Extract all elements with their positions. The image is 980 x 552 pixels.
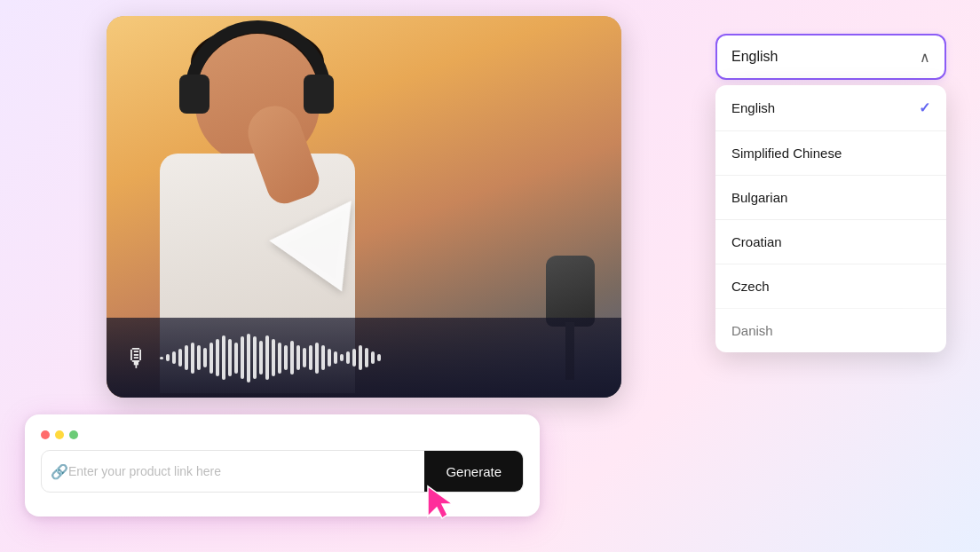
arrow-icon <box>269 175 388 291</box>
dropdown-item-label: Czech <box>731 279 770 294</box>
wave-bar <box>178 349 182 367</box>
wave-bar <box>290 341 294 375</box>
wave-bar <box>209 343 213 374</box>
dot-green <box>69 430 78 439</box>
dropdown-item-label: Danish <box>731 323 773 338</box>
photo-card: 🎙 <box>107 16 621 398</box>
wave-bar <box>259 341 263 375</box>
chevron-up-icon: ∧ <box>920 49 930 66</box>
dropdown-item-simplified-chinese[interactable]: Simplified Chinese <box>715 130 946 175</box>
wave-bar <box>309 345 312 370</box>
window-dots <box>41 430 524 439</box>
wave-bar <box>334 351 337 364</box>
wave-bar <box>185 345 188 370</box>
wave-bar <box>296 345 300 370</box>
wave-bar <box>197 345 201 370</box>
wave-bar <box>234 343 238 374</box>
waveform <box>160 334 604 382</box>
dropdown-menu: English ✓ Simplified Chinese Bulgarian C… <box>715 85 946 352</box>
wave-bar <box>272 339 275 376</box>
dropdown-item-danish[interactable]: Danish <box>715 308 946 352</box>
cursor <box>424 483 456 525</box>
wave-bar <box>228 339 232 376</box>
svg-marker-0 <box>428 486 453 518</box>
wave-bar <box>216 339 219 376</box>
language-dropdown-trigger[interactable]: English ∧ <box>715 34 946 80</box>
wave-bar <box>328 349 331 367</box>
dot-red <box>41 430 50 439</box>
speaker-icon: 🎙 <box>124 343 149 373</box>
dropdown-item-label: English <box>731 100 775 115</box>
dropdown-item-label: Croatian <box>731 234 782 249</box>
wave-bar <box>371 351 375 364</box>
wave-bar <box>191 343 194 374</box>
wave-bar <box>253 336 257 379</box>
dropdown-item-czech[interactable]: Czech <box>715 264 946 308</box>
cursor-icon <box>424 483 456 522</box>
audio-bar: 🎙 <box>107 318 621 398</box>
wave-bar <box>265 335 269 380</box>
dropdown-item-bulgarian[interactable]: Bulgarian <box>715 175 946 219</box>
check-icon: ✓ <box>919 99 930 116</box>
wave-bar <box>359 345 362 370</box>
dot-yellow <box>55 430 64 439</box>
dropdown-item-label: Simplified Chinese <box>731 146 842 161</box>
wave-bar <box>340 354 344 361</box>
wave-bar <box>166 354 170 361</box>
dropdown-item-label: Bulgarian <box>731 190 787 205</box>
link-icon: 🔗 <box>51 463 68 480</box>
dropdown-item-english[interactable]: English ✓ <box>715 85 946 130</box>
wave-bar <box>303 348 306 367</box>
url-placeholder: Enter your product link here <box>68 450 424 493</box>
language-dropdown-container: English ∧ English ✓ Simplified Chinese B… <box>715 34 946 80</box>
wave-bar <box>278 343 281 374</box>
headphone-cup-right <box>304 75 334 114</box>
headphone-cup-left <box>179 75 209 114</box>
wave-bar <box>321 345 325 370</box>
wave-bar <box>172 351 176 364</box>
dropdown-item-croatian[interactable]: Croatian <box>715 219 946 264</box>
wave-bar <box>203 348 207 367</box>
wave-bar <box>241 336 244 379</box>
wave-bar <box>247 334 250 382</box>
wave-bar <box>222 335 225 380</box>
wave-bar <box>315 343 319 374</box>
wave-bar <box>352 349 356 367</box>
wave-bar <box>346 351 350 364</box>
wave-bar <box>284 345 288 370</box>
wave-bar <box>160 357 163 359</box>
input-card: 🔗 Enter your product link here Generate <box>25 414 540 517</box>
arrow-overlay <box>284 193 391 300</box>
wave-bar <box>365 348 368 367</box>
wave-bar <box>377 354 381 361</box>
dropdown-selected-label: English <box>731 49 778 65</box>
photo-background: 🎙 <box>107 16 621 398</box>
